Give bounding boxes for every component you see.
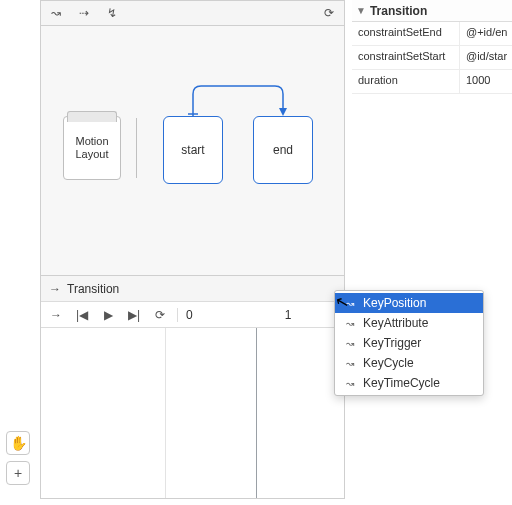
create-keyframe-menu: ↝ KeyPosition ↝ KeyAttribute ↝ KeyTrigge… <box>334 290 484 396</box>
constraintset-icon: ⇢ <box>79 6 89 20</box>
attribute-value[interactable]: @+id/en <box>460 22 512 45</box>
click-icon: ↯ <box>107 6 117 20</box>
play-button[interactable]: ▶ <box>99 306 117 324</box>
motion-layout-label: Motion Layout <box>75 135 108 161</box>
constraintset-start-node[interactable]: start <box>163 116 223 184</box>
attribute-row[interactable]: constraintSetStart @id/star <box>352 46 512 70</box>
motion-overview-canvas[interactable]: Motion Layout start end <box>40 26 345 276</box>
disclosure-triangle-icon[interactable]: ▼ <box>356 5 366 16</box>
playhead[interactable] <box>256 328 257 498</box>
timeline-header: → Transition <box>41 276 344 302</box>
keyframe-icon: ↝ <box>343 336 357 350</box>
plus-icon: + <box>14 465 22 481</box>
keyframe-icon: ↝ <box>343 316 357 330</box>
start-label: start <box>181 143 204 157</box>
cycle-button[interactable]: ⟳ <box>320 4 338 22</box>
pan-tool-button[interactable]: ✋ <box>6 431 30 455</box>
attribute-row[interactable]: constraintSetEnd @+id/en <box>352 22 512 46</box>
timeline-graph[interactable] <box>41 328 344 498</box>
attribute-key: constraintSetStart <box>352 46 460 69</box>
transition-arrow[interactable] <box>193 86 283 116</box>
track-divider <box>165 328 166 498</box>
attributes-panel: ▼ Transition constraintSetEnd @+id/en co… <box>352 0 512 94</box>
keyframe-icon: ↝ <box>343 376 357 390</box>
menu-item-keyattribute[interactable]: ↝ KeyAttribute <box>335 313 483 333</box>
create-click-button[interactable]: ↯ <box>103 4 121 22</box>
timeline-panel: → Transition → |◀ ▶ ▶| ⟳ 0 1 <box>40 276 345 499</box>
left-sidebar: ✋ + <box>0 0 40 505</box>
timeline-tick-0: 0 <box>186 308 193 322</box>
menu-item-label: KeyTrigger <box>363 336 421 350</box>
keyframe-icon: ↝ <box>343 356 357 370</box>
end-label: end <box>273 143 293 157</box>
motion-layout-node[interactable]: Motion Layout <box>63 116 121 180</box>
menu-item-keytimecycle[interactable]: ↝ KeyTimeCycle <box>335 373 483 393</box>
next-frame-button[interactable]: ▶| <box>125 306 143 324</box>
prev-frame-button[interactable]: |◀ <box>73 306 91 324</box>
divider <box>136 118 137 178</box>
menu-item-label: KeyTimeCycle <box>363 376 440 390</box>
menu-item-label: KeyPosition <box>363 296 426 310</box>
hand-icon: ✋ <box>10 435 27 451</box>
constraintset-end-node[interactable]: end <box>253 116 313 184</box>
create-constraintset-button[interactable]: ⇢ <box>75 4 93 22</box>
create-transition-button[interactable]: ↝ <box>47 4 65 22</box>
attribute-value[interactable]: 1000 <box>460 70 512 93</box>
timeline-controls: → |◀ ▶ ▶| ⟳ 0 1 <box>41 302 344 328</box>
loop-button[interactable]: ⟳ <box>151 306 169 324</box>
attributes-header: Transition <box>370 4 427 18</box>
keyframe-icon: ↝ <box>343 296 357 310</box>
cycle-icon: ⟳ <box>324 6 334 20</box>
timeline-title: Transition <box>67 282 119 296</box>
attribute-value[interactable]: @id/star <box>460 46 512 69</box>
menu-item-keyposition[interactable]: ↝ KeyPosition <box>335 293 483 313</box>
menu-item-label: KeyAttribute <box>363 316 428 330</box>
transition-icon: ↝ <box>51 6 61 20</box>
menu-item-keycycle[interactable]: ↝ KeyCycle <box>335 353 483 373</box>
timeline-tick-1: 1 <box>285 308 292 322</box>
menu-item-label: KeyCycle <box>363 356 414 370</box>
motion-toolbar: ↝ ⇢ ↯ ⟳ <box>40 0 345 26</box>
zoom-in-button[interactable]: + <box>6 461 30 485</box>
attribute-row[interactable]: duration 1000 <box>352 70 512 94</box>
attribute-key: duration <box>352 70 460 93</box>
arrow-right-icon: → <box>49 282 61 296</box>
attribute-key: constraintSetEnd <box>352 22 460 45</box>
goto-button[interactable]: → <box>47 306 65 324</box>
menu-item-keytrigger[interactable]: ↝ KeyTrigger <box>335 333 483 353</box>
